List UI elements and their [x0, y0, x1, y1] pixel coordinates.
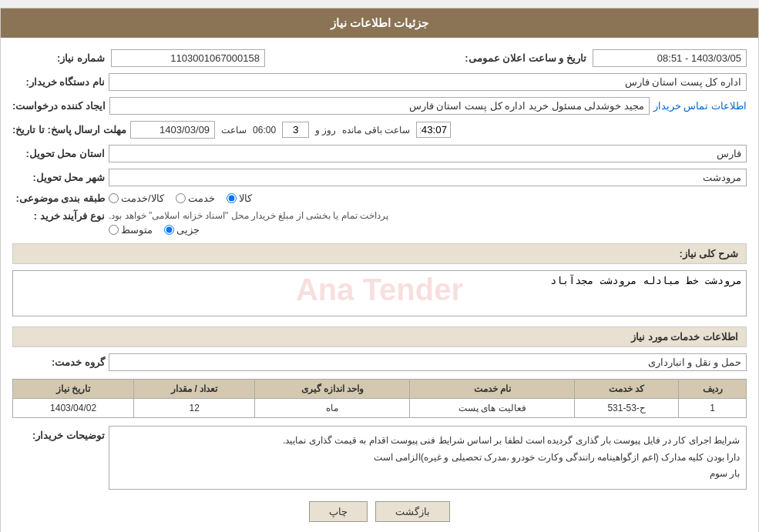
service-group-value: حمل و نقل و انبارداری	[109, 353, 747, 371]
category-option-khedmat[interactable]: خدمت	[176, 192, 215, 204]
category-option-label-3: کالا/خدمت	[121, 192, 164, 204]
category-option-kala[interactable]: کالا	[227, 192, 252, 204]
description-textarea[interactable]: مرودشت خط مبادله مرودشت مجدآباد	[12, 270, 747, 316]
cell-unit: ماه	[255, 399, 410, 418]
purchase-type-label-1: جزیی	[176, 224, 200, 236]
services-section-title: اطلاعات خدمات مورد نیاز	[12, 326, 747, 347]
category-radio-1[interactable]	[227, 193, 237, 203]
purchase-type-label: نوع فرآیند خرید :	[12, 210, 105, 222]
action-buttons: بازگشت چاپ	[12, 501, 747, 522]
need-number-value: 1103001067000158	[111, 49, 265, 67]
purchase-type-radio-2[interactable]	[109, 225, 119, 235]
category-label: طبقه بندی موضوعی:	[12, 192, 105, 204]
col-header-unit: واحد اندازه گیری	[255, 380, 410, 399]
purchase-type-medium[interactable]: متوسط	[109, 224, 153, 236]
print-button[interactable]: چاپ	[309, 501, 368, 522]
province-label: استان محل تحویل:	[12, 148, 105, 159]
cell-qty: 12	[134, 399, 255, 418]
purchase-type-radio-1[interactable]	[164, 225, 174, 235]
date-announce-label: تاریخ و ساعت اعلان عمومی:	[465, 52, 586, 64]
send-date-value: 1403/03/09	[130, 121, 215, 139]
col-header-row: ردیف	[679, 380, 747, 399]
service-group-label: گروه خدمت:	[12, 356, 105, 368]
services-table: ردیف کد خدمت نام خدمت واحد اندازه گیری ت…	[12, 379, 747, 418]
purchase-type-radio-group: متوسط جزیی	[109, 224, 200, 236]
creator-value: مجید خوشدلی مسئول خرید اداره کل پست استا…	[109, 97, 650, 115]
time-label: ساعت	[221, 125, 247, 136]
category-radio-2[interactable]	[176, 193, 186, 203]
page-title: جزئیات اطلاعات نیاز	[1, 8, 758, 38]
city-value: مرودشت	[109, 169, 747, 186]
buyer-notes-label: توضیحات خریدار:	[12, 426, 105, 441]
cell-name: فعالیت های پست	[410, 399, 574, 418]
col-header-code: کد خدمت	[574, 380, 678, 399]
send-date-label: مهلت ارسال پاسخ: تا تاریخ:	[12, 124, 126, 136]
category-radio-3[interactable]	[109, 193, 119, 203]
time-value-label: 06:00	[253, 125, 276, 136]
col-header-name: نام خدمت	[410, 380, 574, 399]
cell-row: 1	[679, 399, 747, 418]
category-radio-group: کالا/خدمت خدمت کالا	[109, 192, 252, 204]
creator-link[interactable]: اطلاعات تماس خریدار	[653, 100, 747, 112]
purchase-type-notice: پرداخت تمام یا بخشی از مبلغ خریدار محل "…	[109, 210, 388, 221]
services-table-section: ردیف کد خدمت نام خدمت واحد اندازه گیری ت…	[12, 379, 747, 418]
province-value: فارس	[109, 145, 747, 162]
remain-label: ساعت باقی مانده	[342, 125, 410, 136]
col-header-qty: تعداد / مقدار	[134, 380, 255, 399]
date-announce-value: 1403/03/05 - 08:51	[593, 49, 747, 67]
cell-date: 1403/04/02	[13, 399, 134, 418]
purchase-type-partial[interactable]: جزیی	[164, 224, 200, 236]
category-option-label-1: کالا	[239, 192, 252, 204]
purchase-type-label-2: متوسط	[121, 224, 153, 236]
days-input[interactable]	[282, 122, 309, 138]
city-label: شهر محل تحویل:	[12, 172, 105, 183]
cell-code: ح-53-531	[574, 399, 678, 418]
category-option-kala-khedmat[interactable]: کالا/خدمت	[109, 192, 164, 204]
day-and-label: روز و	[315, 125, 336, 136]
remain-time-input[interactable]	[416, 122, 451, 138]
creator-label: ایجاد کننده درخواست:	[12, 100, 106, 112]
category-option-label-2: خدمت	[188, 192, 215, 204]
buyer-name-label: نام دستگاه خریدار:	[12, 76, 105, 88]
buyer-name-value: اداره کل پست استان فارس	[109, 73, 747, 91]
buyer-notes-value: شرایط اجرای کار در فایل پیوست بار گذاری …	[109, 426, 747, 490]
back-button[interactable]: بازگشت	[375, 501, 450, 522]
table-row: 1ح-53-531فعالیت های پستماه121403/04/02	[13, 399, 747, 418]
need-number-label: شماره نیاز:	[12, 52, 105, 64]
col-header-date: تاریخ نیاز	[13, 380, 134, 399]
description-section-title: شرح کلی نیاز:	[12, 243, 747, 264]
